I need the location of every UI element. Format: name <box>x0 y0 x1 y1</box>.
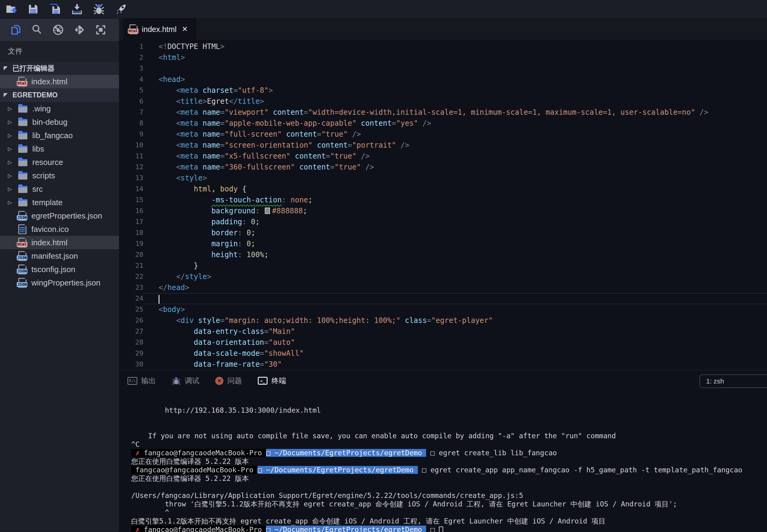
tree-item-favicon.ico[interactable]: favicon.ico <box>0 222 119 236</box>
terminal-line <box>131 423 767 432</box>
tree-item-resource[interactable]: ▷resource <box>0 156 119 169</box>
tree-item-src[interactable]: ▷src <box>0 182 119 196</box>
panel-tab-terminal[interactable]: >_终端 <box>258 376 286 386</box>
code-line-content[interactable]: -ms-touch-action: none; <box>143 194 767 205</box>
code-line-content[interactable]: <html> <box>143 52 767 63</box>
code-line[interactable]: 7 <meta name="viewport" content="width=d… <box>119 107 767 118</box>
explorer-icon[interactable] <box>9 23 22 36</box>
code-line[interactable]: 19 margin: 0; <box>119 238 767 249</box>
code-line-content[interactable] <box>143 63 767 74</box>
code-line[interactable]: 27 data-entry-class="Main" <box>119 326 767 337</box>
code-line-content[interactable]: margin: 0; <box>143 238 767 249</box>
code-line[interactable]: 13 <style> <box>119 173 767 184</box>
code-line-content[interactable]: data-scale-mode="showAll" <box>143 348 767 359</box>
panel-tab-output[interactable]: C:\输出 <box>128 376 156 386</box>
code-line[interactable]: 6 <title>Egret</title> <box>119 96 767 107</box>
code-line[interactable]: 28 data-orientation="auto" <box>119 337 767 348</box>
tree-item-index.html[interactable]: Htmlindex.html <box>0 75 119 88</box>
tree-item-scripts[interactable]: ▷scripts <box>0 169 119 182</box>
code-line-content[interactable]: <meta name="apple-mobile-web-app-capable… <box>143 118 767 129</box>
code-line-content[interactable]: <!DOCTYPE HTML> <box>143 41 767 52</box>
code-line-content[interactable]: data-orientation="auto" <box>143 337 767 348</box>
code-line-content[interactable]: border: 0; <box>143 227 767 238</box>
code-line-content[interactable]: <meta charset="utf-8"> <box>143 85 767 96</box>
publish-rocket-icon[interactable] <box>114 3 127 16</box>
tree-item-tsconfig.json[interactable]: JSONtsconfig.json <box>0 263 119 276</box>
terminal-output[interactable]: http://192.168.35.130:3000/index.html If… <box>119 391 767 532</box>
code-line[interactable]: 23</head> <box>119 282 767 293</box>
build-import-icon[interactable] <box>71 3 83 16</box>
code-line[interactable]: 10 <meta name="screen-orientation" conte… <box>119 140 767 151</box>
code-line[interactable]: 15 -ms-touch-action: none; <box>119 194 767 205</box>
save-icon[interactable] <box>27 3 40 16</box>
code-line-content[interactable]: <style> <box>143 173 767 184</box>
code-line[interactable]: 11 <meta name="x5-fullscreen" content="t… <box>119 151 767 162</box>
tree-item-lib_fangcao[interactable]: ▷lib_fangcao <box>0 129 119 142</box>
tree-item-.wing[interactable]: ▷.wing <box>0 102 119 115</box>
code-line-content[interactable]: background: #888888; <box>143 205 767 216</box>
code-line[interactable]: 25<body> <box>119 304 767 315</box>
code-line[interactable]: 29 data-scale-mode="showAll" <box>119 348 767 359</box>
tree-item-manifest.json[interactable]: JSONmanifest.json <box>0 249 119 263</box>
close-icon[interactable]: ✕ <box>182 25 187 33</box>
code-line-content[interactable]: <meta name="360-fullscreen" content="tru… <box>143 162 767 173</box>
git-icon[interactable] <box>73 23 86 36</box>
tree-item-egretProperties.json[interactable]: JSONegretProperties.json <box>0 209 119 222</box>
code-line-content[interactable] <box>143 293 767 304</box>
code-line-content[interactable]: } <box>143 260 767 271</box>
tree-item-bin-debug[interactable]: ▷bin-debug <box>0 115 119 129</box>
open-editors-header[interactable]: 已打开编辑器 <box>0 61 119 75</box>
code-line[interactable]: 8 <meta name="apple-mobile-web-app-capab… <box>119 118 767 129</box>
code-line-content[interactable]: <meta name="viewport" content="width=dev… <box>143 107 767 118</box>
code-line[interactable]: 2<html> <box>119 52 767 63</box>
code-line[interactable]: 26 <div style="margin: auto;width: 100%;… <box>119 315 767 326</box>
tree-item-index.html[interactable]: Htmlindex.html <box>0 236 119 249</box>
code-line-content[interactable]: </head> <box>143 282 767 293</box>
code-editor[interactable]: 1<!DOCTYPE HTML>2<html>34<head>5 <meta c… <box>119 40 767 370</box>
shell-select-dropdown[interactable]: 1: zsh <box>699 374 767 388</box>
code-line[interactable]: 14 html, body { <box>119 184 767 194</box>
new-project-icon[interactable] <box>5 3 18 16</box>
code-line[interactable]: 21 } <box>119 260 767 271</box>
code-line[interactable]: 16 background: #888888; <box>119 205 767 216</box>
save-all-icon[interactable] <box>49 3 61 16</box>
search-icon[interactable] <box>30 23 43 36</box>
code-line-content[interactable]: </style> <box>143 271 767 282</box>
code-line-content[interactable]: height: 100%; <box>143 249 767 260</box>
project-header[interactable]: EGRETDEMO <box>0 88 119 102</box>
code-line[interactable]: 24 <box>119 293 767 304</box>
code-line-content[interactable]: <meta name="full-screen" content="true" … <box>143 129 767 140</box>
code-line-content[interactable]: <body> <box>143 304 767 315</box>
tree-item-label: index.html <box>31 77 68 86</box>
code-line[interactable]: 20 height: 100%; <box>119 249 767 260</box>
tree-item-libs[interactable]: ▷libs <box>0 142 119 156</box>
panel-tab-debug[interactable]: 调试 <box>172 376 199 386</box>
code-line[interactable]: 3 <box>119 63 767 74</box>
code-line-content[interactable]: padding: 0; <box>143 216 767 227</box>
code-line[interactable]: 30 data-frame-rate="30" <box>119 359 767 370</box>
code-line-content[interactable]: html, body { <box>143 184 767 194</box>
panel-tab-problems[interactable]: ✕问题 <box>215 376 242 386</box>
code-line-content[interactable]: <meta name="x5-fullscreen" content="true… <box>143 151 767 162</box>
code-line-content[interactable]: <title>Egret</title> <box>143 96 767 107</box>
code-line-content[interactable]: <div style="margin: auto;width: 100%;hei… <box>143 315 767 326</box>
tab-index-html[interactable]: Html index.html ✕ <box>123 19 196 40</box>
line-number: 1 <box>119 41 143 52</box>
code-line-content[interactable]: data-frame-rate="30" <box>143 359 767 370</box>
code-line[interactable]: 22 </style> <box>119 271 767 282</box>
code-line[interactable]: 1<!DOCTYPE HTML> <box>119 41 767 52</box>
code-line[interactable]: 4<head> <box>119 74 767 85</box>
code-line[interactable]: 5 <meta charset="utf-8"> <box>119 85 767 96</box>
code-line[interactable]: 9 <meta name="full-screen" content="true… <box>119 129 767 140</box>
debug-icon[interactable] <box>93 3 105 16</box>
code-line[interactable]: 12 <meta name="360-fullscreen" content="… <box>119 162 767 173</box>
code-line[interactable]: 18 border: 0; <box>119 227 767 238</box>
extensions-icon[interactable] <box>94 23 107 36</box>
debug-disabled-icon[interactable] <box>52 23 65 36</box>
code-line[interactable]: 17 padding: 0; <box>119 216 767 227</box>
code-line-content[interactable]: <head> <box>143 74 767 85</box>
code-line-content[interactable]: <meta name="screen-orientation" content=… <box>143 140 767 151</box>
tree-item-wingProperties.json[interactable]: JSONwingProperties.json <box>0 276 119 289</box>
code-line-content[interactable]: data-entry-class="Main" <box>143 326 767 337</box>
tree-item-template[interactable]: ▷template <box>0 196 119 209</box>
